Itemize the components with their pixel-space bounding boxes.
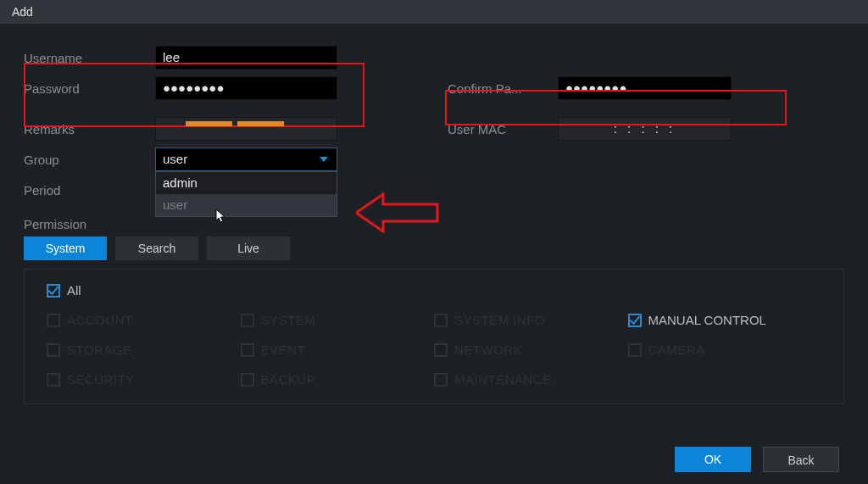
- checkbox-all[interactable]: All: [47, 283, 81, 298]
- checkbox-systeminfo[interactable]: SYSTEM INFO: [434, 313, 628, 327]
- ok-button[interactable]: OK: [675, 447, 751, 472]
- confirm-label: Confirm Pa...: [448, 81, 558, 96]
- group-option-admin[interactable]: admin: [156, 172, 337, 194]
- username-label: Username: [24, 51, 155, 65]
- checkbox-storage[interactable]: STORAGE: [47, 342, 241, 357]
- password-input[interactable]: ●●●●●●●●: [155, 76, 337, 100]
- row-remarks: Remarks User MAC : : : : :: [24, 114, 844, 144]
- remarks-label: Remarks: [24, 122, 155, 136]
- cursor-icon: [215, 209, 227, 224]
- usermac-label: User MAC: [448, 122, 558, 136]
- tab-live[interactable]: Live: [207, 236, 290, 260]
- confirm-input[interactable]: ●●●●●●●●: [558, 76, 732, 100]
- dropdown-caret-icon: [320, 157, 328, 162]
- window-title: Add: [0, 0, 868, 24]
- permission-tabs: System Search Live: [24, 236, 844, 260]
- group-option-user[interactable]: user: [156, 194, 337, 216]
- permission-panel: All ACCOUNT SYSTEM SYSTEM INFO MANUAL CO…: [24, 269, 844, 404]
- password-strength: [186, 121, 284, 126]
- checkbox-security[interactable]: SECURITY: [47, 372, 241, 387]
- checkbox-camera[interactable]: CAMERA: [628, 342, 822, 357]
- checkbox-manual[interactable]: MANUAL CONTROL: [628, 313, 822, 327]
- checkbox-backup[interactable]: BACKUP: [241, 372, 435, 387]
- row-username: Username lee: [24, 42, 844, 73]
- usermac-input[interactable]: : : : : :: [558, 117, 732, 141]
- checkbox-event[interactable]: EVENT: [241, 342, 435, 357]
- form-area: Username lee Password ●●●●●●●● Confirm P…: [0, 24, 868, 404]
- group-dropdown[interactable]: user admin user: [155, 147, 337, 171]
- checkbox-system[interactable]: SYSTEM: [241, 313, 435, 327]
- back-button[interactable]: Back: [763, 447, 839, 472]
- checkbox-maintenance[interactable]: MAINTENANCE: [434, 372, 628, 387]
- footer: OK Back: [0, 435, 868, 484]
- group-label: Group: [24, 153, 155, 167]
- checkbox-network[interactable]: NETWORK: [434, 342, 628, 357]
- tab-search[interactable]: Search: [115, 236, 198, 260]
- row-password: Password ●●●●●●●● Confirm Pa... ●●●●●●●●: [24, 73, 844, 103]
- group-options-list: admin user: [155, 171, 337, 217]
- checkbox-account[interactable]: ACCOUNT: [47, 313, 241, 327]
- arrow-left-icon: [356, 192, 441, 234]
- username-input[interactable]: lee: [155, 46, 337, 70]
- row-group: Group user admin user: [24, 144, 844, 175]
- period-label: Period: [24, 183, 155, 197]
- password-label: Password: [24, 81, 155, 96]
- tab-system[interactable]: System: [24, 236, 107, 260]
- group-selected: user: [163, 148, 187, 170]
